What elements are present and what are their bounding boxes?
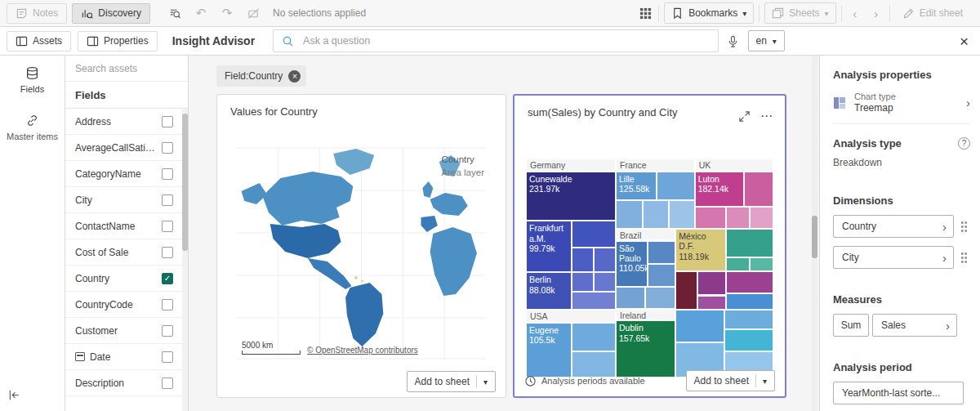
search-assets-input[interactable] xyxy=(65,56,188,82)
treemap-tile[interactable] xyxy=(594,272,616,292)
treemap-tile[interactable]: São Paulo110.05k xyxy=(616,241,648,287)
selections-tool-button[interactable] xyxy=(167,3,183,23)
treemap-tile[interactable] xyxy=(726,293,773,310)
field-checkbox[interactable]: ✓ xyxy=(162,273,173,284)
treemap-tile[interactable]: Luton182.14k xyxy=(695,172,744,207)
chip-remove-icon[interactable]: × xyxy=(288,70,301,83)
notes-button[interactable]: Notes xyxy=(7,3,67,24)
field-checkbox[interactable] xyxy=(162,142,173,154)
treemap-tile[interactable] xyxy=(744,172,773,207)
treemap-tile[interactable] xyxy=(724,310,773,329)
field-row[interactable]: Customer xyxy=(65,318,188,344)
treemap-tile[interactable] xyxy=(616,287,645,309)
treemap-tile[interactable]: México D.F.118.19k xyxy=(675,229,726,271)
tab-fields[interactable]: Fields xyxy=(0,56,65,103)
field-row[interactable]: ContactName xyxy=(65,213,188,239)
field-checkbox[interactable] xyxy=(162,116,173,127)
ask-question-input[interactable] xyxy=(301,34,709,47)
treemap-tile[interactable] xyxy=(750,257,773,271)
app-objects-button[interactable] xyxy=(637,3,653,23)
treemap-tile[interactable] xyxy=(657,172,695,200)
treemap-group-label[interactable]: Brazil xyxy=(616,229,675,241)
treemap-tile[interactable] xyxy=(669,200,695,229)
field-row[interactable]: CountryCode xyxy=(65,292,188,318)
treemap-group-label[interactable]: USA xyxy=(526,310,616,323)
treemap-tile[interactable]: Lille125.58k xyxy=(616,172,657,200)
drag-handle[interactable] xyxy=(960,252,968,264)
close-insight-advisor-button[interactable]: × xyxy=(955,34,973,49)
treemap-group-label[interactable]: Germany xyxy=(526,159,616,172)
scrollbar-thumb[interactable] xyxy=(812,216,817,258)
field-checkbox[interactable] xyxy=(162,325,173,337)
treemap-tile[interactable] xyxy=(572,323,616,351)
discovery-button[interactable]: Discovery xyxy=(72,3,150,24)
field-row[interactable]: City xyxy=(65,187,188,213)
treemap-tile[interactable]: Cunewalde231.97k xyxy=(526,172,616,221)
treemap-tile[interactable] xyxy=(726,271,773,293)
treemap-tile[interactable] xyxy=(572,292,616,309)
treemap-tile[interactable] xyxy=(697,296,726,310)
assets-button[interactable]: Assets xyxy=(7,31,71,51)
treemap-tile[interactable] xyxy=(643,200,669,229)
measure-aggregation-button[interactable]: Sum xyxy=(833,314,869,337)
treemap-tile[interactable] xyxy=(594,248,616,273)
language-select[interactable]: en ▾ xyxy=(748,30,785,51)
treemap-tile[interactable] xyxy=(726,207,750,229)
treemap-tile[interactable] xyxy=(750,207,773,229)
add-to-sheet-button[interactable]: Add to sheet ▾ xyxy=(686,370,775,391)
field-checkbox[interactable] xyxy=(162,194,173,206)
field-row[interactable]: Address xyxy=(65,109,188,135)
treemap-tile[interactable] xyxy=(572,221,616,247)
treemap-tile[interactable] xyxy=(616,200,643,229)
sheets-button[interactable]: Sheets ▾ xyxy=(764,2,835,24)
next-sheet-button[interactable]: › xyxy=(868,3,884,23)
edit-sheet-button[interactable]: Edit sheet xyxy=(895,2,970,24)
chart-type-row[interactable]: Chart type Treemap › xyxy=(833,81,970,124)
treemap-tile[interactable] xyxy=(675,310,724,342)
treemap-tile[interactable] xyxy=(695,207,727,229)
treemap-group-label[interactable]: Ireland xyxy=(616,309,675,321)
treemap-tile[interactable] xyxy=(697,271,726,295)
drag-handle[interactable] xyxy=(960,221,968,233)
filter-chip[interactable]: Field:Country × xyxy=(216,65,306,87)
treemap[interactable]: GermanyFranceUKCunewalde231.97kFrankfurt… xyxy=(526,159,773,377)
step-back-button[interactable]: ↶ xyxy=(193,3,209,23)
bookmarks-button[interactable]: Bookmarks ▾ xyxy=(664,2,754,24)
treemap-tile[interactable] xyxy=(648,241,676,264)
treemap-tile[interactable] xyxy=(648,264,676,287)
voice-input-button[interactable] xyxy=(725,31,742,51)
sidebar-scrollbar[interactable] xyxy=(182,109,188,411)
measure-field-button[interactable]: Sales › xyxy=(872,314,957,337)
field-checkbox[interactable] xyxy=(162,377,173,389)
map-chart[interactable]: Country Area layer 5000 km © OpenStreetM… xyxy=(237,147,486,360)
field-row[interactable]: Cost of Sale xyxy=(65,239,188,266)
field-checkbox[interactable] xyxy=(162,299,173,310)
step-forward-button[interactable]: ↷ xyxy=(219,3,235,23)
treemap-tile[interactable] xyxy=(645,287,675,309)
tab-master-items[interactable]: Master items xyxy=(0,103,65,150)
prev-sheet-button[interactable]: ‹ xyxy=(847,3,863,23)
collapse-panel-button[interactable] xyxy=(8,389,20,404)
field-row[interactable]: Date xyxy=(65,344,188,370)
more-menu-button[interactable]: ⋯ xyxy=(760,109,773,123)
treemap-tile[interactable]: Berlin88.08k xyxy=(526,272,572,310)
analysis-period-button[interactable]: YearMonth-last sorte... xyxy=(833,382,964,404)
clear-selections-button[interactable] xyxy=(245,3,261,23)
treemap-tile[interactable]: Frankfurt a.M.99.79k xyxy=(526,221,572,272)
treemap-tile[interactable] xyxy=(572,272,594,292)
ask-question-box[interactable] xyxy=(273,29,718,52)
main-scrollbar[interactable] xyxy=(812,56,817,411)
properties-button[interactable]: Properties xyxy=(78,31,158,51)
dimension-button[interactable]: City› xyxy=(833,246,954,269)
expand-button[interactable] xyxy=(736,106,752,126)
treemap-tile[interactable] xyxy=(724,329,773,351)
add-to-sheet-button[interactable]: Add to sheet ▾ xyxy=(407,371,496,392)
field-row[interactable]: CategoryName xyxy=(65,161,188,187)
treemap-group-label[interactable]: UK xyxy=(695,159,773,172)
dimension-button[interactable]: Country› xyxy=(833,215,954,238)
field-row[interactable]: Country✓ xyxy=(65,266,188,292)
field-checkbox[interactable] xyxy=(162,351,173,363)
field-row[interactable]: AverageCallSatisfa... xyxy=(65,135,188,161)
field-checkbox[interactable] xyxy=(162,168,173,180)
map-attribution[interactable]: © OpenStreetMap contributors xyxy=(307,346,418,355)
